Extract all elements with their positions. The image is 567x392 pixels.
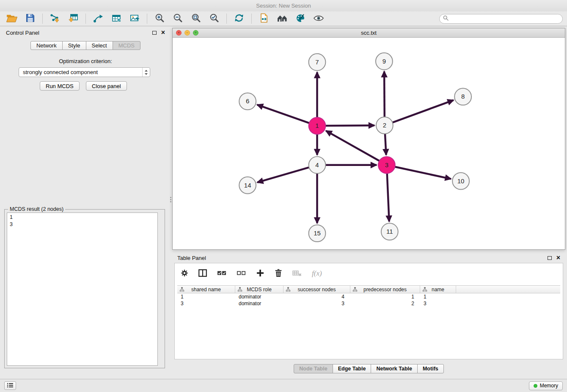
close-panel-button[interactable]: Close panel xyxy=(86,81,127,91)
graph-edge-2-3[interactable] xyxy=(385,134,386,155)
cell-mcds-role[interactable]: dominator xyxy=(235,294,284,300)
network-table-icon xyxy=(111,14,121,24)
column-header-name[interactable]: name xyxy=(420,286,456,293)
checked-boxes-icon xyxy=(217,270,226,278)
zoom-in-button[interactable] xyxy=(152,12,167,25)
import-network-button[interactable] xyxy=(47,12,63,25)
table-delete-icon xyxy=(292,269,302,278)
unchecked-boxes-icon xyxy=(237,270,246,278)
cell-mcds-role[interactable]: dominator xyxy=(235,301,284,306)
close-window-button[interactable]: × xyxy=(176,30,182,36)
cell-shared-name[interactable]: 1 xyxy=(177,294,235,300)
column-settings-button[interactable] xyxy=(181,269,188,278)
cell-predecessor-nodes[interactable]: 1 xyxy=(350,294,420,300)
toolbar-separator xyxy=(42,14,43,24)
delete-selected-button[interactable] xyxy=(275,269,282,279)
network-table-button[interactable] xyxy=(109,12,124,25)
save-session-button[interactable] xyxy=(22,12,38,25)
column-header-shared-name[interactable]: shared name xyxy=(177,286,235,293)
graph-node-label-11: 11 xyxy=(386,228,393,235)
tab-network[interactable]: Network xyxy=(30,41,63,50)
table-row[interactable]: 1 dominator 4 1 1 xyxy=(177,293,560,300)
clone-network-button[interactable] xyxy=(256,12,272,25)
mcds-result-title: MCDS result (2 nodes) xyxy=(8,206,65,212)
network-canvas[interactable]: 7968124314101511 xyxy=(173,38,565,249)
tab-node-table[interactable]: Node Table xyxy=(294,364,333,373)
tab-style[interactable]: Style xyxy=(62,41,86,50)
cell-name[interactable]: 3 xyxy=(420,301,456,306)
zoom-out-button[interactable] xyxy=(170,12,185,25)
toolbar-separator xyxy=(147,14,147,24)
import-table-icon xyxy=(68,14,78,24)
node-table: shared name MCDS role successor nodes pr… xyxy=(177,285,560,307)
run-mcds-button[interactable]: Run MCDS xyxy=(40,81,80,91)
graph-edge-1-2[interactable] xyxy=(325,125,374,126)
delete-column-button xyxy=(292,269,302,278)
search-input[interactable] xyxy=(451,16,559,22)
import-table-button[interactable] xyxy=(66,12,81,25)
deselect-all-button[interactable] xyxy=(237,270,246,278)
toolbar-separator xyxy=(251,14,252,24)
graph-edge-2-9[interactable] xyxy=(384,72,385,117)
cell-successor-nodes[interactable]: 3 xyxy=(284,301,350,306)
close-table-panel-icon[interactable]: × xyxy=(556,254,560,261)
network-window-titlebar[interactable]: × − + scc.txt xyxy=(173,28,565,38)
graph-edge-2-8[interactable] xyxy=(393,100,454,123)
select-stepper-icon xyxy=(142,68,150,77)
column-header-predecessor-nodes[interactable]: predecessor nodes xyxy=(350,286,420,293)
tab-network-table[interactable]: Network Table xyxy=(371,364,418,373)
graph-edge-3-1[interactable] xyxy=(326,131,379,161)
trash-icon xyxy=(275,269,282,279)
zoom-window-button[interactable]: + xyxy=(193,30,198,36)
graph-edge-3-10[interactable] xyxy=(395,167,451,179)
close-panel-icon[interactable]: × xyxy=(161,29,165,36)
mcds-result-item: 1 xyxy=(10,214,155,221)
memory-button[interactable]: Memory xyxy=(529,381,563,390)
optimization-criterion-select[interactable]: strongly connected component xyxy=(19,67,150,77)
tab-motifs[interactable]: Motifs xyxy=(417,364,444,373)
float-table-panel-icon[interactable] xyxy=(548,256,552,260)
apply-layout-button[interactable] xyxy=(275,12,290,25)
titlebar: Session: New Session xyxy=(0,0,567,11)
floppy-disk-icon xyxy=(26,14,35,24)
cell-shared-name[interactable]: 3 xyxy=(177,301,235,306)
panel-splitter[interactable] xyxy=(170,195,172,204)
image-export-icon xyxy=(129,14,140,24)
new-network-button[interactable] xyxy=(91,12,106,25)
open-session-button[interactable] xyxy=(4,12,19,25)
select-all-button[interactable] xyxy=(217,270,226,278)
zoom-selected-button[interactable] xyxy=(206,12,222,25)
zoom-in-icon xyxy=(155,13,165,24)
tab-edge-table[interactable]: Edge Table xyxy=(333,364,372,373)
minimize-window-button[interactable]: − xyxy=(184,30,190,36)
memory-status-icon xyxy=(534,384,537,388)
table-toolbar: f(x) xyxy=(175,263,563,284)
fx-icon: f(x) xyxy=(312,269,322,278)
zoom-fit-button[interactable] xyxy=(188,12,204,25)
control-panel-header: Control Panel × xyxy=(1,27,170,38)
toggle-columns-button[interactable] xyxy=(198,269,207,278)
cell-predecessor-nodes[interactable]: 2 xyxy=(350,301,420,306)
mcds-result-list[interactable]: 1 3 xyxy=(7,213,158,366)
column-header-mcds-role[interactable]: MCDS role xyxy=(235,286,284,293)
column-header-successor-nodes[interactable]: successor nodes xyxy=(284,286,350,293)
tab-mcds[interactable]: MCDS xyxy=(113,41,140,50)
graph-edge-4-14[interactable] xyxy=(257,167,309,182)
cell-successor-nodes[interactable]: 4 xyxy=(284,294,350,300)
show-panel-list-button[interactable] xyxy=(4,381,16,390)
float-panel-icon[interactable] xyxy=(152,31,157,35)
list-icon xyxy=(7,383,14,389)
graph-edge-3-11[interactable] xyxy=(387,174,389,222)
main-toolbar xyxy=(0,11,567,26)
graph-edge-1-6[interactable] xyxy=(257,105,309,123)
refresh-view-button[interactable] xyxy=(231,12,247,25)
cell-name[interactable]: 1 xyxy=(420,294,456,300)
export-image-button[interactable] xyxy=(127,12,142,25)
tab-select[interactable]: Select xyxy=(86,41,113,50)
network-arrow-icon xyxy=(93,14,103,24)
show-hide-panels-button[interactable] xyxy=(311,12,326,25)
style-paint-button[interactable] xyxy=(293,12,308,25)
column-header-filler xyxy=(456,286,560,293)
add-row-button[interactable] xyxy=(256,269,264,279)
table-row[interactable]: 3 dominator 3 2 3 xyxy=(177,300,560,307)
